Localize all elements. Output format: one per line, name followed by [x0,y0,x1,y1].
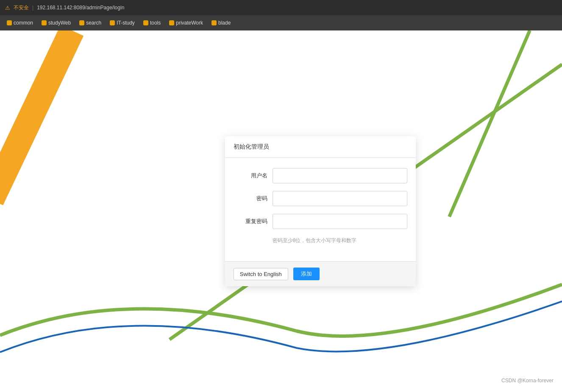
bookmark-tools[interactable]: tools [140,18,164,28]
bookmark-tools-label: tools [150,20,161,26]
browser-bar: ⚠ 不安全 | 192.168.11.142:8089/adminPage/lo… [0,0,562,15]
svg-line-7 [0,30,72,200]
separator: | [32,5,33,11]
bookmark-it-study[interactable]: IT-study [106,18,138,28]
bookmark-search-label: search [86,20,101,26]
repeat-password-row: 重复密码 [234,214,407,229]
switch-language-button[interactable]: Switch to English [234,268,288,280]
username-label: 用户名 [234,172,267,179]
bookmark-privatework-label: privateWork [176,20,203,26]
svg-rect-2 [79,20,84,25]
bookmark-studyweb[interactable]: studyWeb [38,18,74,28]
warning-icon: ⚠ [5,5,10,11]
watermark: CSDN @Korna-forever [501,378,554,384]
modal-body: 用户名 密码 重复密码 密码至少8位，包含大小写字母和数字 [225,158,416,261]
bookmark-common[interactable]: common [3,18,36,28]
password-label: 密码 [234,195,267,202]
repeat-password-input[interactable] [273,214,407,229]
svg-rect-6 [211,20,217,25]
bookmark-blade-label: blade [218,20,231,26]
bookmark-privatework[interactable]: privateWork [166,18,206,28]
bookmark-common-label: common [14,20,33,26]
modal-footer: Switch to English 添加 [225,261,416,286]
svg-line-9 [449,30,530,217]
add-button[interactable]: 添加 [293,268,320,280]
modal-title: 初始化管理员 [225,136,416,158]
svg-rect-1 [42,20,47,25]
username-row: 用户名 [234,168,407,183]
username-input[interactable] [273,168,407,183]
page-content: 初始化管理员 用户名 密码 重复密码 密码至少8位，包含大小写字母和数字 Swi… [0,30,562,392]
password-input[interactable] [273,191,407,206]
svg-rect-4 [143,20,148,25]
svg-rect-3 [110,20,115,25]
bookmark-blade[interactable]: blade [208,18,234,28]
not-secure-label: 不安全 [14,4,29,11]
bookmarks-bar: common studyWeb search IT-study tools pr… [0,15,562,30]
password-hint: 密码至少8位，包含大小写字母和数字 [273,237,407,244]
bookmark-it-study-label: IT-study [117,20,135,26]
svg-rect-5 [169,20,174,25]
repeat-password-label: 重复密码 [234,218,267,225]
svg-rect-0 [7,20,12,25]
url-bar[interactable]: 192.168.11.142:8089/adminPage/login [37,5,124,11]
bookmark-studyweb-label: studyWeb [48,20,71,26]
password-row: 密码 [234,191,407,206]
modal-dialog: 初始化管理员 用户名 密码 重复密码 密码至少8位，包含大小写字母和数字 Swi… [225,136,416,286]
bookmark-search[interactable]: search [76,18,105,28]
